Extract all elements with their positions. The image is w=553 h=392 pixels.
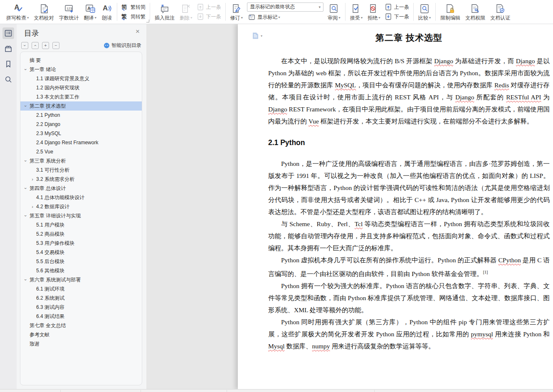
paragraph: Python 虚拟机本身几乎可以在所有的操作系统中运行。Python 的正式解释… xyxy=(268,254,550,280)
read-aloud-label: 朗读 xyxy=(102,15,112,22)
protect-group: 限制编辑 文档权限 文档认证 xyxy=(436,0,515,24)
reject-button[interactable]: 拒绝 xyxy=(365,2,383,22)
toc-item[interactable]: 6.4 测试结果 xyxy=(20,312,142,321)
document-area[interactable]: ▾ 第二章 技术选型 在本文中，是以现阶段网络较为流行的 B/S 开源框架 Dj… xyxy=(146,24,553,390)
toc-item[interactable]: 1.1 课题研究背景及意义 xyxy=(20,74,142,83)
toc-item-label: 5.2 商品模块 xyxy=(36,231,64,237)
chevron-icon[interactable]: › xyxy=(21,104,30,108)
restrict-edit-button[interactable]: 限制编辑 xyxy=(438,2,463,22)
toc-item[interactable]: 1.3 本文的主要工作 xyxy=(20,92,142,101)
toc-item[interactable]: 6.2 系统测试 xyxy=(20,293,142,303)
toc-item[interactable]: 1.2 国内外研究现状 xyxy=(20,83,142,92)
compare-button[interactable]: 比较 xyxy=(416,2,434,22)
close-icon[interactable]: × xyxy=(136,28,140,35)
toc-item[interactable]: › 第三章 系统分析 xyxy=(20,156,142,165)
track-changes-button[interactable]: 修订 xyxy=(228,2,246,22)
toc-item[interactable]: 摘 要 xyxy=(20,56,142,65)
toc-item[interactable]: 6.1 测试环境 xyxy=(20,284,142,293)
toc-item[interactable]: 第七章 全文总结 xyxy=(20,321,142,330)
toc-item[interactable]: 3.1 可行性分析 xyxy=(20,165,142,175)
toc-item[interactable]: 5.1 用户模块 xyxy=(20,220,142,229)
chevron-down-icon: ▾ xyxy=(261,34,262,38)
doc-proofread-button[interactable]: 文档校对 xyxy=(32,2,57,22)
document-page[interactable]: ▾ 第二章 技术选型 在本文中，是以现阶段网络较为流行的 B/S 开源框架 Dj… xyxy=(238,24,553,390)
chevron-icon[interactable]: › xyxy=(21,158,30,163)
word-count-button[interactable]: 123 字数统计 xyxy=(57,2,81,22)
toc-item[interactable]: 2.3 MySQL xyxy=(20,129,142,138)
show-markup-button[interactable]: 显示标记 xyxy=(247,13,323,22)
reject-label: 拒绝 xyxy=(368,15,380,22)
toc-item[interactable]: › 第二章 技术选型 xyxy=(20,101,142,111)
footnote-ref: [1] xyxy=(483,270,488,274)
toc-item[interactable]: › 第一章 绪论 xyxy=(20,65,142,74)
toc-item[interactable]: 5.5 后台模块 xyxy=(20,257,142,266)
translate-button[interactable]: A中 翻译 xyxy=(81,2,99,22)
insert-comment-button[interactable]: 插入批注 xyxy=(152,2,177,22)
track-changes-icon xyxy=(231,3,242,14)
toc-item[interactable]: 2.2 Django xyxy=(20,120,142,129)
toc-item[interactable]: › 第六章 系统测试与部署 xyxy=(20,275,142,284)
spell-check-button[interactable]: A 拼写检查 xyxy=(4,2,32,22)
dialog-launcher-icon[interactable] xyxy=(146,20,149,22)
toc-item[interactable]: 6.3 测试内容 xyxy=(20,303,142,312)
toc-item[interactable]: 2.1 Python xyxy=(20,111,142,120)
simp-to-trad-button[interactable]: 繁 简转繁 xyxy=(120,12,147,21)
toc-controls: › › + − xyxy=(21,42,59,49)
next-comment-button[interactable]: 下一条 xyxy=(196,12,222,21)
collapse-all-button[interactable]: › xyxy=(32,42,39,49)
toc-item[interactable]: 5.3 用户操作模块 xyxy=(20,239,142,248)
proofing-group: A 拼写检查 文档校对 123 字数统计 A中 翻译 A xyxy=(2,0,117,24)
toc-item[interactable]: 2.5 Vue xyxy=(20,147,142,156)
page-settings-button[interactable]: ▾ xyxy=(252,32,262,39)
chevron-icon[interactable]: › xyxy=(30,202,35,211)
accept-label: 接受 xyxy=(350,15,363,22)
translate-icon: A中 xyxy=(85,3,96,14)
next-item-label: 下一条 xyxy=(206,13,221,20)
toc-item[interactable]: 2.4 Django Rest Framework xyxy=(20,138,142,147)
doc-cert-button[interactable]: 文档认证 xyxy=(488,2,513,22)
toc-item[interactable]: 4.1 总体功能模块设计 xyxy=(20,193,142,202)
trad-to-simp-icon: 简 xyxy=(121,3,129,11)
outline-tab[interactable] xyxy=(2,27,14,39)
smart-recognize-toc-button[interactable]: 智能识别目录 xyxy=(104,42,141,49)
zoom-in-outline-button[interactable]: + xyxy=(42,42,49,49)
expand-all-button[interactable]: › xyxy=(21,42,28,49)
markup-state-dropdown[interactable]: 显示标记的最终状态 xyxy=(247,2,323,12)
toc-item[interactable]: 5.4 交易模块 xyxy=(20,248,142,257)
trad-to-simp-button[interactable]: 简 繁转简 xyxy=(120,3,147,11)
prev-item-icon xyxy=(385,3,393,11)
toc-item-label: 4.1 总体功能模块设计 xyxy=(36,195,84,200)
compare-icon xyxy=(419,3,430,14)
bookmark-tab[interactable] xyxy=(2,58,14,70)
toc-item[interactable]: › 第五章 详细设计与实现 xyxy=(20,211,142,220)
read-aloud-button[interactable]: A 朗读 xyxy=(99,2,115,22)
toc-item[interactable]: › 4.2 数据库设计 xyxy=(20,202,142,211)
toc-item-label: 2.4 Django Rest Framework xyxy=(36,140,98,145)
chevron-icon[interactable]: › xyxy=(21,213,30,218)
chevron-icon[interactable]: › xyxy=(21,67,30,72)
chevron-icon[interactable]: › xyxy=(21,277,30,282)
prev-comment-button[interactable]: 上一条 xyxy=(196,3,222,11)
doc-permission-label: 文档权限 xyxy=(465,15,485,22)
toc-item[interactable]: 参考文献 xyxy=(20,330,142,339)
toc-item[interactable]: › 第四章 总体设计 xyxy=(20,184,142,193)
search-tab[interactable] xyxy=(2,74,14,85)
review-button[interactable]: 审阅 xyxy=(325,2,343,22)
toc-item[interactable]: 致谢 xyxy=(20,339,142,348)
zoom-out-outline-button[interactable]: − xyxy=(52,42,59,49)
toc-item[interactable]: › 3.2 系统需求分析 xyxy=(20,175,142,184)
toc-item[interactable]: 5.6 其他模块 xyxy=(20,266,142,275)
doc-permission-button[interactable]: 文档权限 xyxy=(463,2,488,22)
next-change-button[interactable]: 下一条 xyxy=(384,12,410,21)
delete-comment-button[interactable]: 删除 xyxy=(177,2,195,22)
toc-item-label: 4.2 数据库设计 xyxy=(36,204,69,210)
chevron-icon[interactable]: › xyxy=(30,175,35,184)
chapter-nav-tab[interactable] xyxy=(2,43,14,54)
toc-item[interactable]: 5.2 商品模块 xyxy=(20,229,142,239)
chevron-icon[interactable]: › xyxy=(21,186,30,191)
toc-item-label: 5.3 用户操作模块 xyxy=(36,240,74,246)
accept-button[interactable]: 接受 xyxy=(348,2,365,22)
prev-change-button[interactable]: 上一条 xyxy=(384,3,410,11)
track-changes-label: 修订 xyxy=(230,15,243,22)
toc-item-label: 参考文献 xyxy=(30,332,49,338)
